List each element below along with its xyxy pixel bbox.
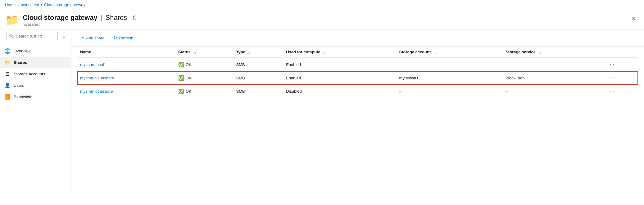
page-title: Cloud storage gateway: [23, 14, 98, 22]
table-row[interactable]: mysmb-localshare✅OKSMBDisabled––···: [78, 85, 638, 98]
col-name[interactable]: Name ↑↓: [78, 47, 176, 58]
shares-icon: 📁: [4, 60, 11, 65]
header-title: Cloud storage gateway | Shares ⎙ myasete…: [23, 14, 136, 27]
title-line: Cloud storage gateway | Shares ⎙: [23, 14, 136, 22]
sidebar-item-users[interactable]: 👤 Users: [0, 80, 71, 91]
ok-icon: ✅: [178, 62, 184, 68]
cell-used-for-compute: Enabled: [283, 58, 397, 71]
refresh-button[interactable]: ↻ Refresh: [110, 33, 137, 42]
sort-storage-account[interactable]: ↑↓: [433, 51, 437, 54]
status-text: OK: [186, 89, 192, 94]
more-options-button[interactable]: ···: [608, 88, 616, 95]
table-header: Name ↑↓ Status ↑↓ Type ↑↓ Used for com: [78, 47, 638, 58]
status-ok: ✅OK: [178, 88, 231, 94]
col-used-for-compute[interactable]: Used for compute ↑↓: [283, 47, 397, 58]
shares-table: Name ↑↓ Status ↑↓ Type ↑↓ Used for com: [78, 47, 638, 98]
main-container: 🔍 « 🌐 Overview 📁 Shares ☰ Storage accoun…: [0, 29, 644, 197]
sort-type[interactable]: ↑↓: [248, 51, 251, 54]
sidebar-label-storage-accounts: Storage accounts: [14, 72, 45, 76]
cell-type: SMB: [234, 71, 284, 85]
cell-storage-account: –: [397, 85, 503, 98]
refresh-label: Refresh: [119, 36, 134, 40]
breadcrumb-sep-1: ›: [18, 3, 19, 7]
add-icon: +: [81, 35, 84, 41]
users-icon: 👤: [4, 82, 11, 88]
sort-name[interactable]: ↑↓: [93, 51, 97, 54]
col-actions: [605, 47, 638, 58]
bandwidth-icon: 📶: [4, 94, 11, 100]
cell-status: ✅OK: [176, 71, 234, 85]
col-storage-service[interactable]: Storage service ↑↓: [503, 47, 605, 58]
status-text: OK: [186, 62, 192, 67]
table-container: Name ↑↓ Status ↑↓ Type ↑↓ Used for com: [71, 47, 644, 98]
close-button[interactable]: ✕: [629, 14, 639, 24]
status-text: OK: [186, 76, 192, 80]
sidebar-item-shares[interactable]: 📁 Shares: [0, 57, 71, 68]
breadcrumb-bar: Home › myasetest › Cloud storage gateway: [0, 0, 644, 10]
collapse-button[interactable]: «: [61, 33, 67, 40]
add-share-label: Add share: [86, 36, 104, 40]
breadcrumb-myasetest[interactable]: myasetest: [21, 2, 39, 7]
share-link[interactable]: mysmb-cloudshare: [80, 76, 114, 80]
more-options-button[interactable]: ···: [608, 74, 616, 81]
cell-type: SMB: [234, 85, 284, 98]
page-subtitle: myasetest: [23, 22, 136, 27]
add-share-button[interactable]: + Add share: [78, 33, 108, 42]
status-ok: ✅OK: [178, 75, 231, 81]
overview-icon: 🌐: [4, 48, 11, 54]
cell-more: ···: [605, 85, 638, 98]
more-options-button[interactable]: ···: [608, 61, 616, 68]
cell-more: ···: [605, 58, 638, 71]
ok-icon: ✅: [178, 75, 184, 81]
cell-more: ···: [605, 71, 638, 85]
cell-storage-account: –: [397, 58, 503, 71]
table-row[interactable]: mysmb-cloudshare✅OKSMBEnabledmynewsa1Blo…: [78, 71, 638, 85]
sidebar-label-shares: Shares: [14, 60, 27, 65]
breadcrumb-cloud-storage-gateway[interactable]: Cloud storage gateway: [44, 2, 85, 7]
breadcrumb-sep-2: ›: [41, 3, 42, 7]
ok-icon: ✅: [178, 88, 184, 94]
table-row[interactable]: mysharelocal1✅OKSMBEnabled––···: [78, 58, 638, 71]
sidebar-item-overview[interactable]: 🌐 Overview: [0, 45, 71, 57]
col-status[interactable]: Status ↑↓: [176, 47, 234, 58]
sort-status[interactable]: ↑↓: [193, 51, 196, 54]
dash: –: [506, 62, 508, 67]
search-row: 🔍 «: [0, 32, 71, 45]
cell-name: mysmb-cloudshare: [78, 71, 176, 85]
table-body: mysharelocal1✅OKSMBEnabled––···mysmb-clo…: [78, 58, 638, 98]
sort-storage-service[interactable]: ↑↓: [538, 51, 542, 54]
sort-compute[interactable]: ↑↓: [323, 51, 326, 54]
col-type[interactable]: Type ↑↓: [234, 47, 284, 58]
status-ok: ✅OK: [178, 62, 231, 68]
dash: –: [399, 89, 401, 94]
cell-used-for-compute: Disabled: [283, 85, 397, 98]
cell-status: ✅OK: [176, 85, 234, 98]
search-box[interactable]: 🔍: [6, 32, 58, 40]
cell-storage-service: –: [503, 58, 605, 71]
search-input[interactable]: [16, 34, 55, 38]
cell-name: mysmb-localshare: [78, 85, 176, 98]
cell-storage-service: Block Blob: [503, 71, 605, 85]
print-icon[interactable]: ⎙: [133, 15, 136, 21]
header-row: Name ↑↓ Status ↑↓ Type ↑↓ Used for com: [78, 47, 638, 58]
toolbar: + Add share ↻ Refresh: [71, 29, 644, 47]
sidebar-label-users: Users: [14, 83, 24, 88]
sidebar-item-bandwidth[interactable]: 📶 Bandwidth: [0, 91, 71, 103]
sidebar-item-storage-accounts[interactable]: ☰ Storage accounts: [0, 68, 71, 80]
cell-used-for-compute: Enabled: [283, 71, 397, 85]
refresh-icon: ↻: [113, 35, 117, 41]
search-icon: 🔍: [9, 34, 14, 38]
sidebar-label-overview: Overview: [14, 49, 30, 53]
share-link[interactable]: mysharelocal1: [80, 62, 106, 67]
dash: –: [399, 62, 401, 67]
content-area: + Add share ↻ Refresh Name ↑↓ S: [71, 29, 644, 197]
header-left: 📁 Cloud storage gateway | Shares ⎙ myase…: [5, 14, 136, 27]
breadcrumb: Home › myasetest › Cloud storage gateway: [5, 2, 85, 7]
sidebar: 🔍 « 🌐 Overview 📁 Shares ☰ Storage accoun…: [0, 29, 71, 197]
cell-storage-service: –: [503, 85, 605, 98]
storage-accounts-icon: ☰: [4, 71, 11, 77]
col-storage-account[interactable]: Storage account ↑↓: [397, 47, 503, 58]
breadcrumb-home[interactable]: Home: [5, 2, 16, 7]
share-link[interactable]: mysmb-localshare: [80, 89, 113, 94]
cell-storage-account: mynewsa1: [397, 71, 503, 85]
